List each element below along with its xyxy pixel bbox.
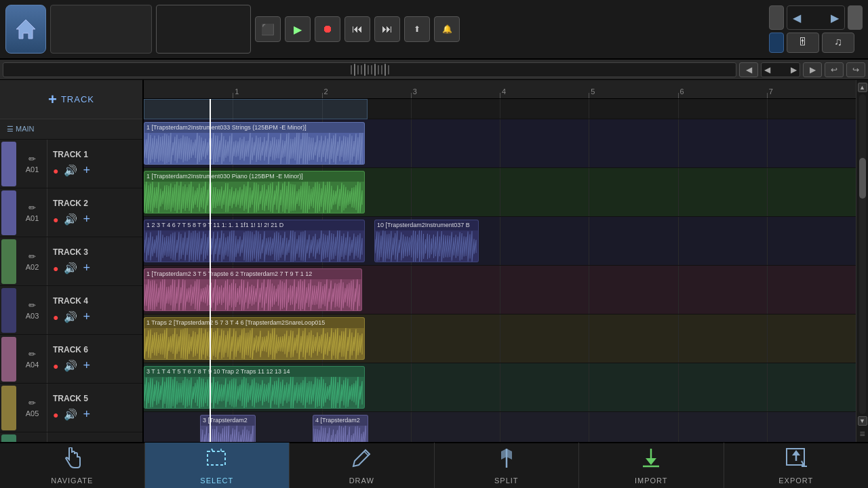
clip-row-5[interactable]: 3 T 1 T 4 T 5 T 6 7 8 T 9 10 Trap 2 Trap… [144, 363, 856, 412]
tool-export[interactable]: EXPORT [724, 443, 869, 488]
redo-button[interactable]: ↪ [846, 62, 865, 77]
clip-row-0[interactable]: 1 [Trapsterdam2Instrument033 Strings (12… [144, 119, 856, 168]
clip-1-0[interactable]: 1 [Trapsterdam2Instrument030 Piano (125B… [144, 171, 365, 214]
clip-row-6[interactable]: 3 [Trapsterdam24 [Trapsterdam2 [144, 412, 856, 442]
clip-row-main[interactable] [144, 99, 856, 119]
repeat-button[interactable] [848, 5, 863, 30]
track-add-1[interactable]: + [83, 212, 90, 226]
fast-forward-button[interactable]: ⏭ [374, 16, 400, 42]
track-mute-5[interactable]: 🔊 [64, 408, 77, 421]
clip-row-3[interactable]: 1 [Trapsterdam2 3 T 5 Trapste 6 2 Trapst… [144, 266, 856, 314]
content-area[interactable]: 12345678 1 [Trapsterdam2Instrument033 St… [144, 80, 856, 442]
track-id-4[interactable]: ✏A04 [18, 335, 47, 383]
sq-left-arrow[interactable]: ◀ [764, 65, 770, 75]
tool-select[interactable]: SELECT [145, 443, 290, 488]
tracks-canvas: 1 [Trapsterdam2Instrument033 Strings (12… [144, 99, 856, 442]
track-id-1[interactable]: ✏A01 [18, 188, 47, 237]
tool-navigate[interactable]: NAVIGATE [0, 443, 145, 488]
rec-button[interactable]: 🎚 [787, 33, 819, 53]
clip-2-0[interactable]: 1 2 3 T 4 6 7 T 5 8 T 9 T 11 1: 1. 1 1f1… [144, 220, 365, 262]
play-button[interactable]: ▶ [285, 16, 311, 42]
quantize-left-arrow[interactable]: ◀ [790, 12, 804, 24]
scroll-down-button[interactable]: ▼ [858, 416, 867, 426]
tool-draw-label: DRAW [349, 476, 374, 485]
track-controls-6: TRACK 7 ● 🔊 + [47, 439, 142, 442]
undo-button[interactable]: ↩ [825, 62, 844, 77]
track-label: TRACK [61, 94, 94, 104]
track-mute-1[interactable]: 🔊 [64, 213, 77, 226]
rewind-button[interactable]: ⏮ [344, 16, 370, 42]
track-id-0[interactable]: ✏A01 [18, 140, 47, 188]
track-name-4: TRACK 6 [53, 345, 137, 354]
track-name-2: TRACK 3 [53, 247, 137, 257]
add-track-header[interactable]: + TRACK [0, 80, 142, 119]
track-add-0[interactable]: + [83, 163, 90, 178]
clip-row-4[interactable]: 1 Traps 2 [Trapsterdam2 5 7 3 T 4 6 [Tra… [144, 314, 856, 363]
tool-split[interactable]: SPLIT [435, 443, 580, 488]
clip-6-0[interactable]: 3 [Trapsterdam2 [200, 415, 256, 442]
track-mute-2[interactable]: 🔊 [64, 262, 77, 274]
track-id-2[interactable]: ✏A02 [18, 237, 47, 285]
track-id-6[interactable]: ✏A06 [18, 432, 47, 442]
scrollbar-area: ▲ ▼ ≡ [856, 80, 868, 442]
share-button[interactable]: ⬆ [404, 16, 430, 42]
track-rec-4[interactable]: ● [53, 361, 58, 371]
clip-5-0[interactable]: 3 T 1 T 4 T 5 T 6 7 8 T 9 10 Trap 2 Trap… [144, 366, 365, 409]
song-icon: ♫ [834, 36, 842, 48]
clip-4-0[interactable]: 1 Traps 2 [Trapsterdam2 5 7 3 T 4 6 [Tra… [144, 317, 365, 360]
song-button[interactable]: ♫ [822, 33, 854, 53]
track-controls-4: TRACK 6 ● 🔊 + [47, 341, 142, 377]
scrub-left-button[interactable]: ◀ [739, 62, 758, 77]
omni-button[interactable] [769, 33, 784, 53]
learn-button[interactable] [769, 5, 784, 30]
clip-3-0[interactable]: 1 [Trapsterdam2 3 T 5 Trapste 6 2 Trapst… [144, 268, 362, 311]
stop-button[interactable]: ⬛ [255, 16, 281, 42]
record-button[interactable]: ⏺ [315, 16, 340, 42]
tool-draw-icon [351, 447, 372, 474]
track-mute-4[interactable]: 🔊 [64, 359, 77, 372]
tool-export-label: EXPORT [778, 476, 813, 485]
track-rec-0[interactable]: ● [53, 165, 58, 176]
track-add-3[interactable]: + [83, 310, 90, 324]
clip-6-1[interactable]: 4 [Trapsterdam2 [313, 415, 368, 442]
svg-marker-0 [16, 20, 35, 39]
svg-line-2 [212, 449, 213, 451]
home-button[interactable] [5, 5, 46, 54]
scrub-lines [351, 64, 389, 76]
track-rec-2[interactable]: ● [53, 263, 58, 274]
track-add-2[interactable]: + [83, 261, 90, 275]
scroll-track[interactable] [859, 94, 866, 414]
ruler-mark-0: 1 [235, 87, 239, 96]
sq-right-arrow[interactable]: ▶ [791, 65, 797, 75]
clip-row-1[interactable]: 1 [Trapsterdam2Instrument030 Piano (125B… [144, 168, 856, 217]
quantize-right-arrow[interactable]: ▶ [828, 12, 842, 24]
transport-controls: ⬛ ▶ ⏺ ⏮ ⏭ ⬆ 🔔 [255, 5, 460, 54]
clip-2-1[interactable]: 10 [Trapsterdam2Instrument037 B [374, 220, 479, 262]
rec-icon: 🎚 [797, 36, 808, 48]
main-label: ☰ MAIN [0, 125, 142, 134]
track-rec-5[interactable]: ● [53, 409, 58, 420]
tool-select-label: SELECT [200, 476, 233, 485]
metronome-button[interactable]: 🔔 [434, 16, 460, 42]
track-add-4[interactable]: + [83, 359, 90, 373]
track-row-2: ✏A02 TRACK 3 ● 🔊 + [0, 237, 142, 286]
track-id-3[interactable]: ✏A03 [18, 286, 47, 334]
track-add-5[interactable]: + [83, 407, 90, 422]
scroll-menu-icon[interactable]: ≡ [859, 428, 865, 439]
clip-row-2[interactable]: 1 2 3 T 4 6 7 T 5 8 T 9 T 11 1: 1. 1 1f1… [144, 217, 856, 266]
tool-draw[interactable]: DRAW [290, 443, 435, 488]
svg-marker-13 [792, 450, 800, 455]
track-rec-3[interactable]: ● [53, 312, 58, 323]
track-row-6: ✏A06 TRACK 7 ● 🔊 + [0, 432, 142, 442]
tool-select-icon [206, 447, 228, 474]
scrub-track[interactable] [3, 62, 736, 77]
scroll-up-button[interactable]: ▲ [858, 83, 867, 92]
tool-import[interactable]: IMPORT [579, 443, 724, 488]
scrub-right-button[interactable]: ▶ [803, 62, 822, 77]
clip-0-0[interactable]: 1 [Trapsterdam2Instrument033 Strings (12… [144, 122, 365, 165]
track-id-5[interactable]: ✏A05 [18, 384, 47, 432]
bottom-toolbar: NAVIGATESELECTDRAWSPLITIMPORTEXPORT [0, 442, 868, 488]
track-mute-0[interactable]: 🔊 [64, 164, 77, 177]
track-rec-1[interactable]: ● [53, 214, 58, 225]
track-mute-3[interactable]: 🔊 [64, 310, 77, 323]
